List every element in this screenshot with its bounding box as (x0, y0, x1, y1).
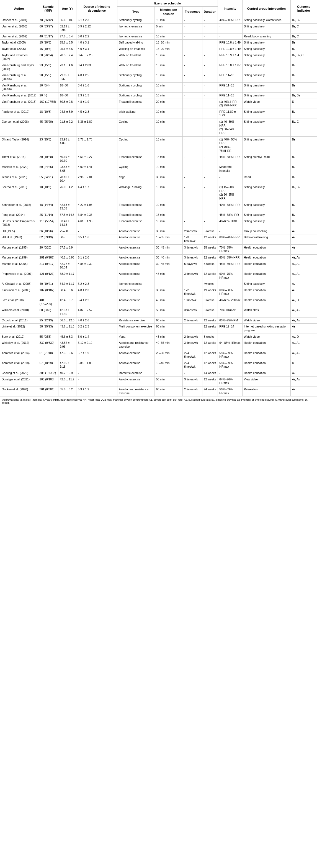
cell-minutes: 60 min (155, 386, 183, 397)
cell-frequency: - (183, 281, 202, 287)
cell-outcome: B₁ (290, 72, 317, 82)
cell-type: Aerobic and resistance exercise (117, 386, 155, 397)
cell-outcome: A₂ (290, 287, 317, 297)
cell-minutes: 45 min (155, 271, 183, 281)
cell-minutes: 15–35 min (155, 235, 183, 244)
cell-author: Williams et al. (2010) (0, 307, 38, 317)
cell-sample: 55 (0/55) (38, 334, 58, 340)
table-row: De Jesus and Prapavesis (2018)110 (56/54… (0, 218, 317, 228)
cell-control: Health education (242, 370, 290, 376)
cell-nicotine: 4.82 ± 2.52 (76, 307, 117, 317)
cell-minutes: 15–20 min (155, 46, 183, 52)
cell-type: Treadmill exercise (117, 99, 155, 108)
cell-author: Kinnunen et al. (2008) (0, 287, 38, 297)
cell-author: De Jesus and Prapavesis (2018) (0, 218, 38, 228)
cell-control: Sitting passively (242, 108, 290, 119)
cell-duration: 12 weeks (202, 340, 218, 350)
cell-author: Van Rensburg et al. (2009a) (0, 72, 38, 82)
table-row: Dunsiger et al. (2021)105 (0/105)42.5 ± … (0, 376, 317, 386)
cell-duration: - (202, 17, 218, 23)
cell-frequency: - (183, 370, 202, 376)
cell-frequency: 3 times/wk (183, 244, 202, 254)
cell-nicotine: 5.7 ± 1.9 (76, 350, 117, 360)
cell-type: Walking/ Running (117, 184, 155, 202)
cell-intensity: - (218, 228, 243, 235)
cell-author: Van Rensburg et al. (2012) (0, 92, 38, 99)
cell-type: Aerobic exercise (117, 255, 155, 261)
cell-sample: 48 (14/34) (38, 202, 58, 212)
cell-sample: 60 (26/34) (38, 52, 58, 62)
cell-frequency: - (183, 33, 202, 40)
cell-type: Yoga (117, 334, 155, 340)
cell-nicotine: 4.22 ± 1.93 (76, 202, 117, 212)
table-row: Schneider et al. (2015)48 (14/34)42.63 ±… (0, 202, 317, 212)
cell-nicotine: 5.3 ± 1.9 (76, 386, 117, 397)
cell-intensity: RPE 11–13 (218, 82, 243, 92)
cell-intensity: Moderate intensity (218, 164, 243, 174)
table-row: Jeffries et al. (2020)55 (34/21)28.16 ± … (0, 174, 317, 184)
col-minutes: Minutes per session (155, 7, 183, 17)
cell-age: 32.19 ± 8.94 (58, 23, 76, 33)
cell-nicotine: 6.1 ± 2.3 (76, 17, 117, 23)
cell-age: 43.52 ± 9.96 (58, 340, 76, 350)
cell-nicotine: 5.12 ± 2.12 (76, 340, 117, 350)
cell-control: Read, body scanning (242, 33, 290, 40)
cell-duration: 8 weeks (202, 261, 218, 271)
cell-type: Aerobic exercise (117, 376, 155, 386)
cell-author: Hill (1985) (0, 228, 38, 235)
cell-frequency: 2times/wk (183, 228, 202, 235)
cell-minutes: 10 min (155, 17, 183, 23)
cell-duration: - (202, 108, 218, 119)
cell-sample: 217 (0/217) (38, 261, 58, 271)
cell-intensity: 40–60% VOmax (218, 297, 243, 307)
cell-type: Stationary cycling (117, 92, 155, 99)
table-row: Kinnunen et al. (2008)182 (0/182)38.4 ± … (0, 287, 317, 297)
cell-type: Stationary cycling (117, 72, 155, 82)
cell-sample: 57 (18/39) (38, 360, 58, 370)
cell-age: 18–50 (58, 82, 76, 92)
cell-nicotine: 3.84 ± 2.36 (76, 212, 117, 218)
cell-frequency: 5 days/wk (183, 261, 202, 271)
cell-outcome: A₁ (290, 386, 317, 397)
cell-duration: - (202, 92, 218, 99)
cell-frequency: 2–4 times/wk (183, 360, 202, 370)
cell-author: Fong et al. (2014) (0, 212, 38, 218)
cell-minutes: 10 min (155, 202, 183, 212)
table-row: Bize et al. (2010)481 (272/209)42.4 ± 9.… (0, 297, 317, 307)
cell-sample: 25 (11/14) (38, 212, 58, 218)
cell-duration: - (202, 33, 218, 40)
cell-frequency: - (183, 119, 202, 136)
cell-sample: 162 (107/55) (38, 99, 58, 108)
cell-control: Sitting quietly/ Read (242, 154, 290, 164)
table-row: Hill et al. (1993)82 (39/43)50+6.5 ± 1.6… (0, 235, 317, 244)
cell-frequency: - (183, 212, 202, 218)
cell-author: Marcus et al. (1995) (0, 244, 38, 254)
cell-frequency: - (183, 40, 202, 46)
cell-frequency: - (183, 46, 202, 52)
cell-control: Health education (242, 340, 290, 350)
cell-duration: - (202, 46, 218, 52)
cell-sample: 48 (31/17) (38, 33, 58, 40)
cell-duration: 8 weeks (202, 334, 218, 340)
cell-age: 33.41 ± 14.13 (58, 218, 76, 228)
cell-control: Sitting passively (242, 72, 290, 82)
cell-minutes: 10 min (155, 108, 183, 119)
cell-sample: 308 (156/52) (38, 370, 58, 376)
cell-outcome: A₁ (290, 323, 317, 334)
cell-author: Oncken et al. (2020) (0, 386, 38, 397)
cell-type: Cycling (117, 136, 155, 154)
table-row: Scerbo et al. (2010)18 (10/8)26.0 ± 4.24… (0, 184, 317, 202)
cell-duration: - (202, 202, 218, 212)
table-row: Abrantes et al. (2014)61 (21/40)47.3 ± 9… (0, 350, 317, 360)
cell-minutes: 15 min (155, 184, 183, 202)
cell-minutes: 20–30 min (155, 350, 183, 360)
col-author: Author (0, 0, 38, 17)
cell-age: 25.6 ± 6.5 (58, 46, 76, 52)
table-row: Ussher et al. (2001)78 (36/42)36.6 ± 10.… (0, 17, 317, 23)
col-type: Type (117, 7, 155, 17)
cell-age: 25.6 ± 6.5 (58, 40, 76, 46)
cell-frequency: 3 times/wk (183, 340, 202, 350)
cell-age: 42.37 ± 11.55 (58, 307, 76, 317)
cell-control: Sitting passively (242, 184, 290, 202)
cell-outcome: A₂ (290, 370, 317, 376)
